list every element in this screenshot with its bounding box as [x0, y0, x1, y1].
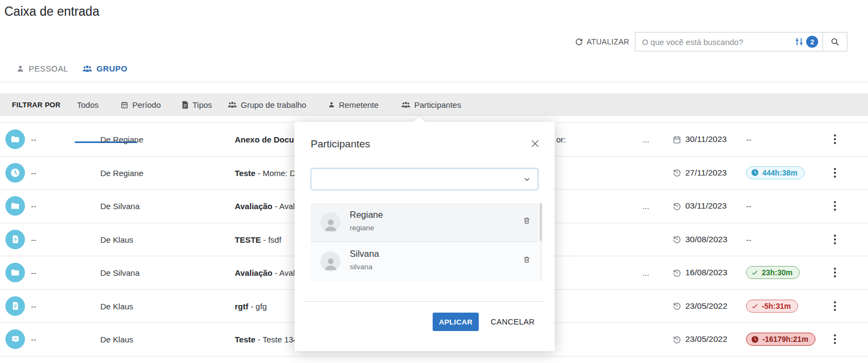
filter-periodo-label: Período — [132, 100, 161, 109]
trash-icon — [523, 255, 531, 264]
person-icon — [328, 101, 335, 108]
filter-todos-label: Todos — [77, 100, 99, 109]
status-cell: -- — [746, 235, 751, 244]
status-badge: 444h:38m — [746, 166, 805, 179]
history-icon — [672, 335, 681, 344]
filter-count-badge: 2 — [806, 36, 818, 48]
cancel-button[interactable]: CANCELAR — [491, 313, 535, 331]
delete-participant-button[interactable] — [523, 255, 531, 264]
date-cell: 16/08/2023 — [672, 268, 728, 277]
inbox-page: Caixa de entrada ATUALIZAR 2 PESSOAL — [0, 0, 868, 363]
chat-icon — [5, 329, 25, 349]
clock-icon — [5, 163, 25, 183]
document-icon — [182, 101, 189, 109]
tab-pessoal[interactable]: PESSOAL — [16, 64, 68, 73]
participant-name: Silvana — [350, 249, 379, 259]
check-icon — [751, 302, 758, 310]
calendar-icon — [672, 135, 681, 144]
status-cell: 23h:30m — [746, 266, 800, 279]
kebab-menu[interactable] — [832, 265, 838, 280]
delete-participant-button[interactable] — [523, 216, 531, 225]
folder-icon — [5, 196, 25, 216]
date-text: 23/05/2022 — [685, 301, 728, 311]
filter-sliders-icon[interactable] — [794, 37, 804, 47]
list-scrollbar[interactable] — [539, 203, 542, 281]
history-icon — [672, 268, 681, 277]
read-flag: -- — [31, 268, 36, 277]
clock-icon — [751, 168, 759, 177]
participant-select[interactable] — [311, 168, 538, 190]
status-badge-text: -5h:31m — [762, 302, 791, 310]
date-text: 23/05/2022 — [685, 334, 728, 344]
folder-icon — [5, 263, 25, 282]
date-cell: 30/11/2023 — [672, 134, 726, 144]
filter-remetente[interactable]: Remetente — [328, 93, 378, 116]
sender: De Klaus — [100, 335, 133, 344]
filter-participantes[interactable]: Participantes — [401, 93, 461, 116]
history-icon — [672, 202, 681, 211]
read-flag: -- — [31, 135, 36, 144]
search-button[interactable] — [822, 32, 847, 51]
date-cell: 23/05/2022 — [672, 334, 728, 344]
kebab-menu[interactable] — [832, 166, 838, 180]
refresh-label: ATUALIZAR — [587, 37, 629, 46]
avatar — [320, 251, 340, 271]
kebab-menu[interactable] — [832, 299, 838, 313]
status-badge-text: 444h:38m — [762, 168, 798, 177]
filter-grupo-de-trabalho-label: Grupo de trabalho — [241, 100, 306, 109]
search-input[interactable] — [642, 37, 794, 47]
participant-name: Regiane — [350, 210, 383, 220]
subject: Teste - Teste 134 — [235, 335, 298, 344]
subject: rgtf - gfg — [235, 301, 267, 310]
kebab-menu[interactable] — [832, 132, 838, 146]
popover-arrow — [413, 115, 426, 128]
participants-popover: Participantes Regiane regiane Silvana si… — [294, 122, 555, 351]
group-icon — [228, 101, 237, 108]
popover-title: Participantes — [311, 138, 370, 150]
sender: De Silvana — [100, 202, 140, 211]
sender: De Regiane — [100, 168, 143, 177]
subject: TESTE - fsdf — [235, 235, 281, 244]
sender: De Klaus — [100, 301, 133, 310]
status-badge: -16179h:21m — [746, 333, 815, 346]
trash-icon — [523, 216, 531, 225]
read-flag: -- — [31, 235, 36, 244]
footer-divider — [305, 301, 544, 302]
kebab-menu[interactable] — [832, 232, 838, 247]
filter-tipos[interactable]: Tipos — [182, 93, 212, 116]
date-cell: 27/11/2023 — [672, 168, 726, 178]
apply-button[interactable]: APLICAR — [433, 313, 479, 331]
filter-remetente-label: Remetente — [339, 100, 378, 109]
status-badge-text: 23h:30m — [762, 268, 793, 277]
filter-bar: FILTRAR POR Todos Período Tipos Grupo de… — [0, 93, 868, 116]
subject: Avaliação - Avalia — [235, 268, 301, 277]
filter-periodo[interactable]: Período — [120, 93, 161, 116]
avatar — [320, 212, 340, 232]
search-icon — [830, 37, 840, 47]
history-icon — [672, 235, 681, 244]
date-text: 30/11/2023 — [685, 134, 726, 144]
status-cell: -- — [746, 202, 751, 211]
status-cell: -5h:31m — [746, 300, 798, 313]
participant-username: regiane — [350, 224, 374, 232]
person-icon — [16, 64, 24, 73]
folder-icon — [5, 129, 25, 149]
filter-grupo-de-trabalho[interactable]: Grupo de trabalho — [228, 93, 306, 116]
kebab-menu[interactable] — [832, 199, 838, 213]
kebab-menu[interactable] — [832, 332, 838, 346]
status-cell: 444h:38m — [746, 166, 805, 179]
clock-icon — [751, 335, 759, 343]
group-icon — [401, 101, 410, 108]
status-badge: -5h:31m — [746, 300, 798, 313]
sender: De Klaus — [100, 235, 133, 244]
status-cell: -16179h:21m — [746, 333, 815, 346]
date-cell: 03/11/2023 — [672, 201, 726, 211]
close-button[interactable] — [530, 137, 543, 150]
truncation-ellipsis: ... — [642, 135, 650, 144]
tab-grupo[interactable]: GRUPO — [82, 64, 127, 73]
filter-todos[interactable]: Todos — [77, 93, 99, 116]
refresh-button[interactable]: ATUALIZAR — [575, 34, 629, 50]
read-flag: -- — [31, 301, 36, 310]
calendar-icon — [120, 101, 128, 109]
status-badge-text: -16179h:21m — [762, 335, 808, 343]
